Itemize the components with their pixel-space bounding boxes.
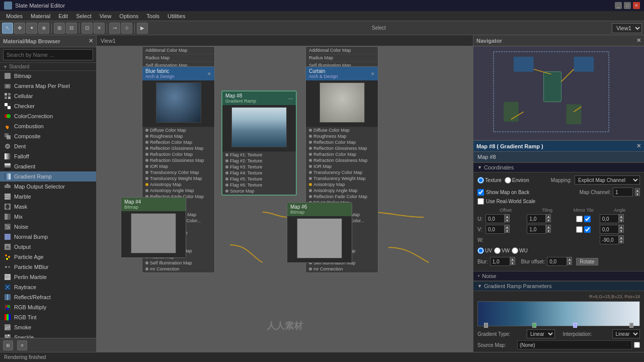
sidebar-item-gradient[interactable]: Gradient: [0, 161, 96, 171]
map-channel-up[interactable]: ▲: [635, 188, 640, 192]
sidebar-item-checker[interactable]: Checker: [0, 101, 96, 111]
sidebar-item-rgb-tint[interactable]: RGB Tint: [0, 312, 96, 322]
sidebar-list-button[interactable]: ≡: [17, 340, 27, 350]
blur-down[interactable]: ▼: [510, 261, 515, 265]
tiling-v-up[interactable]: ▲: [546, 225, 551, 229]
sidebar-item-output[interactable]: Output: [0, 242, 96, 252]
menu-options[interactable]: Options: [115, 12, 142, 20]
view-selector[interactable]: View1: [612, 23, 642, 33]
tool-route[interactable]: ⊹: [121, 23, 132, 34]
tiling-u-down[interactable]: ▼: [546, 218, 551, 222]
tool-render[interactable]: ▶: [137, 23, 148, 34]
tiling-u-up[interactable]: ▲: [546, 214, 551, 218]
texture-radio[interactable]: Texture: [477, 177, 502, 184]
offset-u-down[interactable]: ▼: [505, 218, 510, 222]
node-map4[interactable]: Map #4 Bitmap: [121, 197, 186, 258]
tiling-v-input[interactable]: [527, 225, 546, 234]
sidebar-item-composite[interactable]: Composite: [0, 131, 96, 141]
angle-u-up[interactable]: ▲: [619, 214, 624, 218]
sidebar-icon-button[interactable]: ⊞: [3, 340, 13, 350]
angle-v-input[interactable]: [600, 225, 619, 234]
tiling-v-down[interactable]: ▼: [546, 229, 551, 233]
angle-w-down[interactable]: ▼: [619, 239, 624, 243]
offset-v-input[interactable]: [486, 225, 505, 234]
blur-input[interactable]: [490, 257, 510, 266]
menu-view[interactable]: View: [96, 12, 116, 20]
node-map8-minimize[interactable]: —: [288, 96, 293, 101]
sidebar-item-particle-mblur[interactable]: Particle MBlur: [0, 262, 96, 272]
mirror-u-checkbox[interactable]: [576, 216, 583, 222]
menu-tools[interactable]: Tools: [142, 12, 164, 20]
source-map-checkbox[interactable]: [634, 342, 640, 348]
angle-u-down[interactable]: ▼: [619, 218, 624, 222]
sidebar-item-noise[interactable]: Noise: [0, 222, 96, 232]
navigator-canvas[interactable]: [473, 46, 644, 140]
uv-radio[interactable]: UV: [477, 247, 492, 254]
map-panel-close-button[interactable]: ✕: [636, 143, 641, 149]
angle-u-input[interactable]: [600, 214, 619, 223]
tool-pan[interactable]: ✦: [26, 23, 37, 34]
menu-material[interactable]: Material: [27, 12, 54, 20]
tile-u-checkbox[interactable]: [584, 216, 591, 222]
menu-utilities[interactable]: Utilities: [164, 12, 189, 20]
angle-w-up[interactable]: ▲: [619, 235, 624, 239]
navigator-close-button[interactable]: ✕: [636, 37, 641, 44]
menu-modes[interactable]: Modes: [2, 12, 27, 20]
tool-move[interactable]: ✥: [14, 23, 25, 34]
sidebar-item-mix[interactable]: Mix: [0, 212, 96, 222]
sidebar-item-map-output[interactable]: Map Output Selector: [0, 182, 96, 192]
maximize-button[interactable]: □: [624, 2, 631, 9]
gradient-marker-1[interactable]: [484, 323, 488, 328]
offset-u-input[interactable]: [486, 214, 505, 223]
menu-edit[interactable]: Edit: [54, 12, 72, 20]
section-header-gradient-ramp[interactable]: ▼ Gradient Ramp Parameters: [473, 281, 644, 291]
sidebar-item-dent[interactable]: Dent: [0, 141, 96, 151]
interpolation-select[interactable]: Linear: [612, 329, 640, 338]
sidebar-item-speckle[interactable]: Speckle: [0, 332, 96, 338]
map-channel-input[interactable]: [613, 188, 633, 197]
sidebar-close-button[interactable]: ✕: [89, 38, 93, 44]
environ-radio[interactable]: Environ: [505, 177, 529, 184]
sidebar-item-cellular[interactable]: Cellular: [0, 91, 96, 101]
sidebar-item-reflect-refract[interactable]: Reflect/Refract: [0, 292, 96, 302]
node-map6[interactable]: Map #6 Bitmap: [287, 202, 352, 263]
offset-v-down[interactable]: ▼: [505, 229, 510, 233]
blur-offset-input[interactable]: [547, 257, 567, 266]
gradient-marker-4[interactable]: [629, 323, 633, 328]
angle-v-up[interactable]: ▲: [619, 225, 624, 229]
gradient-marker-2[interactable]: [532, 323, 536, 328]
blur-up[interactable]: ▲: [510, 257, 515, 261]
search-input[interactable]: [3, 49, 93, 60]
minimize-button[interactable]: _: [615, 2, 622, 9]
sidebar-item-bitmap[interactable]: Bitmap: [0, 71, 96, 81]
sidebar-item-falloff[interactable]: Falloff: [0, 151, 96, 161]
real-world-scale-label[interactable]: Use Real-World Scale: [486, 199, 535, 204]
rotate-button[interactable]: Rotate: [576, 258, 598, 265]
blur-offset-up[interactable]: ▲: [567, 257, 572, 261]
tile-v-checkbox[interactable]: [584, 226, 591, 233]
sidebar-item-camera[interactable]: Camera Map Per Pixel: [0, 81, 96, 91]
map-channel-down[interactable]: ▼: [635, 192, 640, 196]
node-curtain-close[interactable]: ✕: [371, 71, 375, 76]
angle-v-down[interactable]: ▼: [619, 229, 624, 233]
show-map-on-back-label[interactable]: Show Map on Back: [486, 190, 529, 195]
show-map-on-back-checkbox[interactable]: [477, 189, 484, 196]
tool-zoom[interactable]: ⊕: [38, 23, 49, 34]
sidebar-item-smoke[interactable]: Smoke: [0, 322, 96, 332]
mirror-v-checkbox[interactable]: [576, 226, 583, 233]
gradient-marker-3[interactable]: [573, 323, 577, 328]
sidebar-item-rgb-multiply[interactable]: RGB Multiply: [0, 302, 96, 312]
sidebar-item-normal-bump[interactable]: Normal Bump: [0, 232, 96, 242]
real-world-scale-checkbox[interactable]: [477, 198, 484, 205]
sidebar-item-gradient-ramp[interactable]: Gradient Ramp: [0, 171, 96, 182]
mapping-select[interactable]: Explicit Map Channel: [575, 175, 640, 185]
section-header-noise[interactable]: + Noise: [473, 271, 644, 281]
source-map-input[interactable]: [517, 340, 632, 349]
tiling-u-input[interactable]: [527, 214, 546, 223]
tool-delete[interactable]: ✕: [94, 23, 105, 34]
close-button[interactable]: ✕: [633, 2, 640, 9]
blur-offset-down[interactable]: ▼: [567, 261, 572, 265]
offset-v-up[interactable]: ▲: [505, 225, 510, 229]
tool-snap[interactable]: ⊟: [66, 23, 77, 34]
angle-w-input[interactable]: [600, 235, 619, 244]
